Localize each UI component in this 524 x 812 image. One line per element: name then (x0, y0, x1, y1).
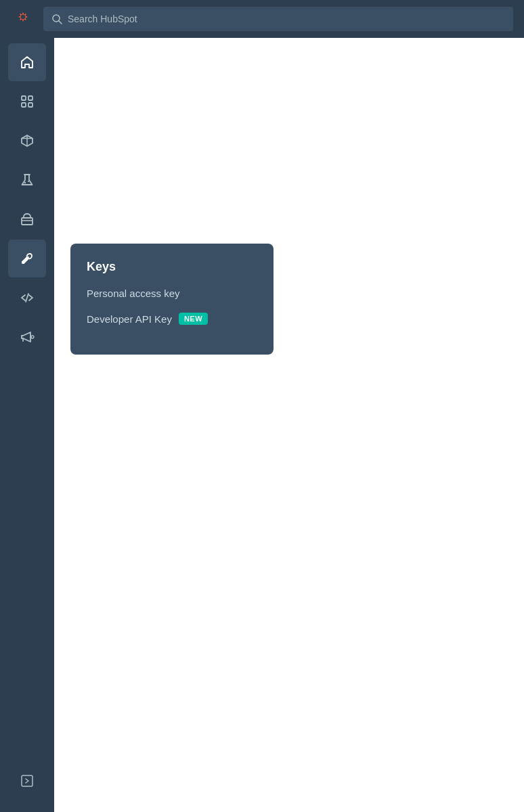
sidebar-item-developer[interactable] (8, 279, 46, 317)
main-layout: Keys Personal access key Developer API K… (0, 38, 524, 812)
search-placeholder: Search HubSpot (68, 14, 137, 24)
top-bar: Search HubSpot (0, 0, 524, 38)
search-bar[interactable]: Search HubSpot (43, 7, 513, 31)
developer-api-key-label: Developer API Key (87, 313, 172, 325)
sidebar-item-apps[interactable] (8, 83, 46, 120)
svg-rect-13 (22, 218, 32, 225)
sidebar-item-home[interactable] (8, 43, 46, 81)
sidebar-item-lab[interactable] (8, 161, 46, 199)
new-badge: NEW (179, 313, 208, 325)
content-area: Keys Personal access key Developer API K… (54, 38, 524, 812)
svg-point-17 (31, 336, 34, 338)
hubspot-logo[interactable] (11, 7, 35, 31)
svg-point-11 (24, 182, 26, 183)
keys-card: Keys Personal access key Developer API K… (70, 244, 274, 355)
sidebar-item-marketplace[interactable] (8, 200, 46, 238)
developer-api-key-item[interactable]: Developer API Key NEW (87, 313, 257, 325)
sidebar (0, 38, 54, 812)
svg-line-3 (59, 21, 62, 24)
sidebar-expand-button[interactable] (8, 762, 46, 800)
svg-rect-6 (22, 103, 26, 107)
svg-line-16 (26, 294, 28, 302)
svg-rect-18 (22, 775, 32, 786)
personal-access-key-item[interactable]: Personal access key (87, 288, 257, 299)
sidebar-item-marketing[interactable] (8, 318, 46, 356)
keys-card-title: Keys (87, 260, 257, 274)
sidebar-item-objects[interactable] (8, 122, 46, 160)
svg-point-12 (28, 181, 29, 182)
sidebar-bottom (8, 762, 46, 807)
svg-rect-4 (22, 96, 26, 100)
svg-rect-7 (28, 103, 32, 107)
search-icon (51, 14, 62, 24)
personal-access-key-label: Personal access key (87, 288, 180, 299)
svg-point-1 (21, 15, 26, 20)
sidebar-item-tools[interactable] (8, 240, 46, 277)
svg-rect-5 (28, 96, 32, 100)
